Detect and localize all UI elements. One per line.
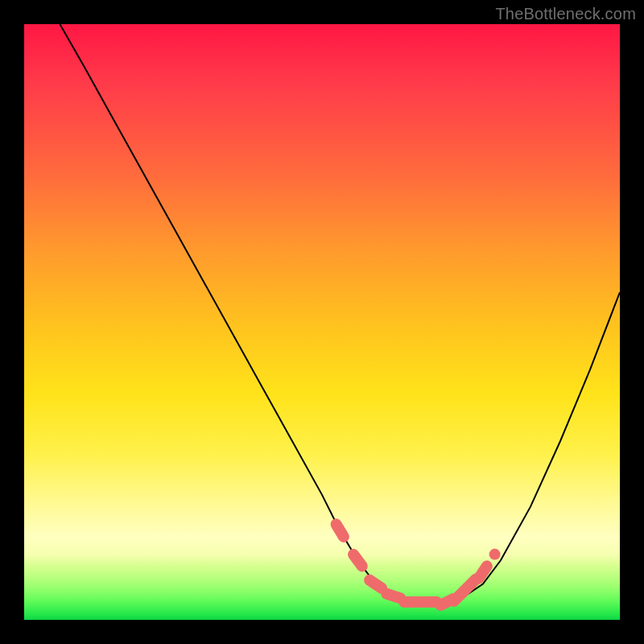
chart-svg bbox=[24, 24, 620, 620]
valley-marker bbox=[479, 566, 487, 578]
valley-marker bbox=[336, 524, 344, 536]
valley-marker bbox=[369, 580, 382, 588]
valley-marker bbox=[386, 594, 400, 599]
valley-marker bbox=[353, 555, 362, 566]
chart-stage: TheBottleneck.com bbox=[0, 0, 644, 644]
bottleneck-curve bbox=[60, 24, 620, 602]
plot-area bbox=[24, 24, 620, 620]
valley-marker-group bbox=[336, 524, 495, 605]
watermark-text: TheBottleneck.com bbox=[495, 5, 636, 23]
